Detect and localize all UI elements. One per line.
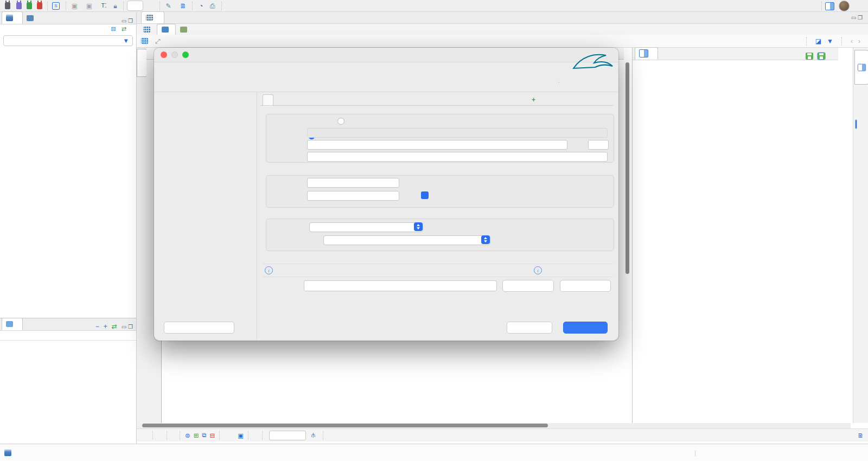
database-field[interactable] bbox=[307, 152, 608, 162]
value-view-panel-icon[interactable] bbox=[856, 120, 857, 128]
duplicate-row-icon[interactable]: ⧉ bbox=[202, 432, 206, 439]
connection-configuration-dialog: . + i i bbox=[154, 48, 618, 341]
commit-mode-select[interactable] bbox=[127, 1, 143, 11]
ok-button[interactable] bbox=[563, 322, 608, 334]
tab-database-navigator[interactable] bbox=[2, 11, 23, 24]
dashboard-gauge-icon[interactable]: ◔ bbox=[197, 2, 205, 10]
tab-grid-view[interactable] bbox=[137, 49, 147, 77]
local-client-select[interactable] bbox=[323, 235, 490, 245]
tab-panels[interactable] bbox=[854, 50, 868, 85]
fetch-size-input[interactable] bbox=[269, 431, 306, 440]
erase-filter-icon[interactable]: ◪ bbox=[815, 37, 821, 45]
test-connection-button[interactable] bbox=[164, 322, 234, 334]
network-configurations-button[interactable]: + bbox=[532, 96, 538, 104]
horizontal-scrollbar-thumb[interactable] bbox=[142, 424, 548, 427]
tab-ssh[interactable] bbox=[284, 94, 295, 106]
mysql-logo: . bbox=[558, 53, 615, 89]
global-search-icon[interactable] bbox=[809, 2, 818, 10]
port-field[interactable] bbox=[588, 140, 609, 150]
editor-tabbar: ▭ ❐ bbox=[137, 12, 868, 24]
tab-text-view[interactable] bbox=[137, 78, 146, 103]
result-doc-icon[interactable]: 🗎 bbox=[858, 432, 864, 439]
history-clock-icon[interactable] bbox=[146, 2, 155, 10]
plug-blue-icon[interactable] bbox=[15, 2, 23, 10]
cancel-button[interactable] bbox=[507, 322, 552, 334]
tab-project-general[interactable] bbox=[2, 318, 23, 330]
filter-funnel-icon[interactable]: ▼ bbox=[123, 37, 129, 44]
url-radio[interactable] bbox=[337, 118, 344, 125]
dialog-titlebar[interactable] bbox=[154, 48, 618, 62]
sql-filter-bar: ⤢ ◪ ▼ ‹ › bbox=[137, 35, 868, 48]
tab-ssl[interactable] bbox=[295, 94, 306, 106]
value-content[interactable] bbox=[633, 60, 838, 67]
save-password-checkbox[interactable] bbox=[421, 191, 429, 199]
dialog-tabs bbox=[263, 94, 306, 106]
tab-driver-properties[interactable] bbox=[273, 94, 284, 106]
main-toolbar: S ▣ ▣ T⁚ 🔒︎ ✎ 🗎 ◔ ⎙ bbox=[0, 0, 868, 12]
tab-projects[interactable] bbox=[23, 12, 40, 24]
tab-properties[interactable] bbox=[139, 24, 157, 35]
delete-row-icon[interactable]: ⊟ bbox=[210, 432, 215, 439]
user-avatar[interactable] bbox=[839, 1, 850, 11]
collapse-all-icon[interactable]: ⊟ bbox=[111, 25, 116, 33]
editor-minmax-icons[interactable]: ▭ ❐ bbox=[851, 15, 863, 21]
tz-stepper-icon[interactable] bbox=[414, 222, 423, 231]
dialog-settings-tree bbox=[154, 92, 257, 341]
data-icon bbox=[162, 27, 169, 33]
zoom-traffic-light[interactable] bbox=[182, 52, 189, 58]
edit-value-icon[interactable]: ⊜ bbox=[185, 432, 190, 439]
server-host-field[interactable] bbox=[307, 140, 567, 150]
save-filter-funnel-icon[interactable]: ▼ bbox=[827, 37, 833, 45]
record-mode-label-box bbox=[137, 375, 146, 410]
client-stepper-icon[interactable] bbox=[481, 235, 490, 244]
tab-value[interactable] bbox=[635, 47, 658, 60]
status-bar: | bbox=[0, 444, 868, 461]
connect-plug-icon[interactable] bbox=[3, 2, 11, 10]
tab-data[interactable] bbox=[157, 24, 176, 35]
save-value-icon[interactable] bbox=[806, 53, 813, 60]
lock-icon[interactable]: 🔒︎ bbox=[111, 2, 119, 10]
expand-filter-icon[interactable]: ⤢ bbox=[155, 37, 161, 45]
driver-settings-button[interactable] bbox=[502, 280, 554, 292]
save-value-auto-icon[interactable] bbox=[818, 53, 825, 60]
vertical-scrollbar-thumb[interactable] bbox=[626, 62, 629, 274]
toolbar-right bbox=[808, 0, 850, 12]
focus-cell-icon[interactable]: ▣ bbox=[238, 432, 244, 439]
add-row-icon[interactable]: ⊞ bbox=[194, 432, 199, 439]
driver-license-button[interactable] bbox=[560, 280, 611, 292]
navigator-tabbar: ▭ ❐ bbox=[0, 12, 136, 24]
server-time-zone-select[interactable] bbox=[309, 222, 423, 232]
transaction-icon[interactable]: T⁚ bbox=[100, 2, 108, 10]
export-tool-icon[interactable]: ⎙ bbox=[208, 2, 216, 10]
filter-history-forward-icon[interactable]: › bbox=[858, 37, 860, 45]
info-icon: i bbox=[534, 266, 542, 274]
collapse-icon[interactable]: − bbox=[95, 323, 99, 330]
tab-diagram[interactable] bbox=[176, 24, 194, 35]
project-columns bbox=[0, 331, 136, 341]
panel-minmax-icons[interactable]: ▭ ❐ bbox=[122, 18, 133, 24]
search-db-icon[interactable] bbox=[226, 2, 234, 10]
connection-status-icon bbox=[4, 450, 11, 456]
reconnect-plug-icon[interactable] bbox=[25, 2, 33, 10]
sql-editor-icon[interactable]: S bbox=[52, 2, 60, 10]
link-editor-icon[interactable]: ⇄ bbox=[122, 25, 126, 33]
navigator-filter-input[interactable]: ▼ bbox=[3, 35, 133, 46]
disconnect-plug-icon[interactable] bbox=[35, 2, 43, 10]
tab-machineproductiondata[interactable] bbox=[141, 11, 164, 23]
username-field[interactable] bbox=[307, 178, 399, 188]
plus-icon: + bbox=[532, 96, 535, 104]
close-traffic-light[interactable] bbox=[161, 52, 167, 58]
panels-strip bbox=[853, 48, 868, 423]
filter-history-back-icon[interactable]: ‹ bbox=[851, 37, 853, 45]
password-field[interactable] bbox=[307, 191, 399, 201]
minimize-traffic-light[interactable] bbox=[171, 52, 178, 58]
expand-icon[interactable]: + bbox=[104, 323, 107, 330]
perspective-icon[interactable] bbox=[825, 2, 834, 10]
link-icon[interactable]: ⇄ bbox=[112, 323, 117, 330]
driver-name-field bbox=[304, 280, 497, 291]
database-navigator-icon bbox=[6, 15, 13, 21]
minmax-icons[interactable]: ▭ ❐ bbox=[122, 324, 133, 330]
results-toolbar: ⊜ ⊞ ⧉ ⊟ ▣ ⫛ 🗎 bbox=[137, 428, 868, 441]
fetch-more-icon[interactable]: ⫛ bbox=[311, 432, 315, 439]
tab-main[interactable] bbox=[263, 94, 273, 106]
